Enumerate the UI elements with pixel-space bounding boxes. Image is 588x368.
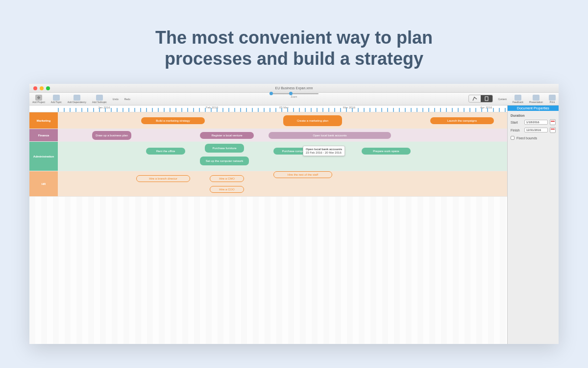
task-draw-plan[interactable]: Draw up a business plan [92, 131, 131, 140]
hero-headline: The most convenient way to plan processe… [0, 0, 588, 84]
content-tab[interactable] [469, 95, 481, 102]
calendar-icon[interactable] [550, 127, 556, 133]
task-rest-staff[interactable]: Hire the rest of the staff [273, 171, 332, 178]
task-prepare[interactable]: Prepare work space [362, 148, 411, 155]
app-window: EU Business Expan.xmn Add Project Add To… [29, 84, 559, 344]
feedback-icon [514, 95, 521, 101]
task-open-accounts[interactable]: Open local bank accounts [269, 132, 391, 139]
titlebar: EU Business Expan.xmn [29, 84, 559, 93]
task-create-plan[interactable]: Create a marketing plan [283, 115, 342, 126]
start-date-row: Start 1/18/2016 [511, 119, 556, 125]
task-branch-director[interactable]: Hire a branch director [136, 175, 190, 182]
svg-rect-0 [485, 97, 488, 101]
view-mode-segment[interactable] [468, 95, 493, 103]
lane-marketing: Marketing Build a marketing strategy Cre… [29, 112, 507, 129]
finish-date-field[interactable]: 12/31/2016 [524, 128, 548, 132]
lane-hr: HR Hire a branch director Hire a CMO Hir… [29, 171, 507, 197]
print-button[interactable]: Print [546, 93, 559, 105]
presentation-icon [533, 95, 539, 101]
feedback-button[interactable]: Feedback [510, 93, 526, 105]
presentation-button[interactable]: Presentation [526, 93, 546, 105]
task-purchase-furniture[interactable]: Purchase furniture [205, 144, 244, 153]
empty-area [29, 197, 507, 344]
task-launch[interactable]: Launch the campaigns [430, 117, 494, 124]
lane-label-admin[interactable]: Administration [29, 142, 58, 171]
print-icon [549, 95, 556, 101]
fixed-bounds-row[interactable]: Fixed bounds [511, 136, 556, 140]
lane-admin: Administration Rent the office Purchase … [29, 142, 507, 171]
task-coo[interactable]: Hire a COO [210, 186, 244, 193]
add-project-button[interactable]: Add Project [29, 93, 48, 105]
lane-finance: Finance Draw up a business plan Register… [29, 129, 507, 142]
checkbox-icon[interactable] [511, 136, 514, 140]
task-build-strategy[interactable]: Build a marketing strategy [141, 117, 205, 124]
lane-label-hr[interactable]: HR [29, 171, 58, 196]
lane-label-finance[interactable]: Finance [29, 129, 58, 141]
document-tab[interactable] [481, 95, 492, 102]
finish-date-row: Finish 12/31/2016 [511, 127, 556, 133]
undo-button[interactable]: Undo [110, 93, 122, 105]
calendar-icon[interactable] [550, 119, 556, 125]
properties-panel: Document Properties Duration Start 1/18/… [507, 105, 559, 344]
lane-label-marketing[interactable]: Marketing [29, 112, 58, 129]
panel-section-title: Duration [511, 114, 556, 117]
dependency-icon [74, 95, 80, 101]
document-title: EU Business Expan.xmn [29, 86, 559, 90]
zoom-slider[interactable]: Zoom [270, 93, 318, 98]
task-register[interactable]: Register a local venture [200, 132, 254, 139]
task-cmo[interactable]: Hire a CMO [210, 175, 244, 182]
topic-icon [53, 95, 60, 101]
task-rent[interactable]: Rent the office [146, 148, 185, 155]
add-topic-button[interactable]: Add Topic [48, 93, 65, 105]
toolbar: Add Project Add Topic Add Dependency Add… [29, 93, 559, 105]
gear-icon [35, 95, 42, 101]
add-subtopic-button[interactable]: Add Subtopic [89, 93, 110, 105]
task-tooltip: Open local bank accounts 23 Feb 2016 - 2… [303, 146, 345, 156]
time-axis: Jan 2016 Feb 2016 03 Mar Mar 2016 Apr 20… [29, 105, 507, 112]
task-setup-network[interactable]: Set up the computer network [200, 157, 249, 165]
swimlanes: Marketing Build a marketing strategy Cre… [29, 112, 507, 344]
start-date-field[interactable]: 1/18/2016 [524, 120, 548, 125]
add-dependency-button[interactable]: Add Dependency [65, 93, 89, 105]
content-label: Content [495, 93, 510, 105]
gantt-chart[interactable]: Jan 2016 Feb 2016 03 Mar Mar 2016 Apr 20… [29, 105, 507, 344]
subtopic-icon [96, 95, 103, 101]
panel-header: Document Properties [508, 105, 559, 111]
redo-button[interactable]: Redo [122, 93, 133, 105]
